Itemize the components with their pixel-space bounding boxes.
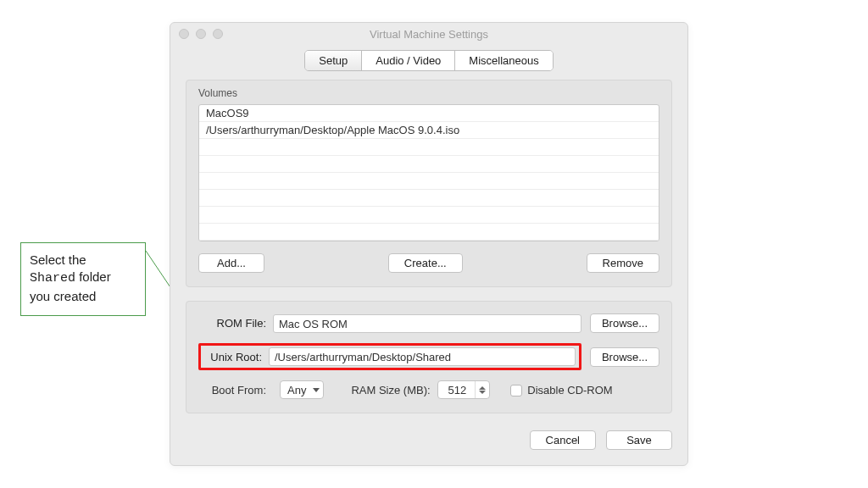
chevron-down-icon (313, 388, 320, 392)
cancel-button[interactable]: Cancel (530, 430, 596, 450)
tab-audio-video[interactable]: Audio / Video (362, 51, 455, 70)
disable-cdrom-checkbox[interactable]: Disable CD-ROM (510, 384, 612, 396)
boot-from-label: Boot From: (198, 384, 273, 396)
list-item[interactable]: MacOS9 (199, 105, 659, 122)
list-item[interactable] (199, 173, 659, 190)
list-item[interactable] (199, 139, 659, 156)
dialog-footer: Cancel Save (170, 427, 687, 465)
ram-size-label: RAM Size (MB): (351, 384, 430, 396)
minimize-icon[interactable] (196, 29, 206, 39)
add-button[interactable]: Add... (198, 253, 264, 273)
volumes-panel: Volumes MacOS9 /Users/arthurryman/Deskto… (186, 80, 672, 287)
unix-root-browse-button[interactable]: Browse... (590, 347, 659, 367)
boot-from-select[interactable]: Any (280, 380, 324, 399)
callout-line3: you created (30, 289, 96, 303)
window-title: Virtual Machine Settings (170, 28, 687, 41)
tab-bar: Setup Audio / Video Miscellaneous (170, 50, 687, 71)
rom-file-label: ROM File: (198, 317, 273, 330)
titlebar: Virtual Machine Settings (170, 23, 687, 45)
list-item[interactable] (199, 224, 659, 241)
rom-file-field[interactable]: Mac OS ROM (273, 314, 581, 333)
callout-line2-rest: folder (75, 269, 111, 284)
unix-root-label: Unix Root: (201, 351, 269, 363)
volumes-label: Volumes (198, 87, 659, 99)
tab-miscellaneous[interactable]: Miscellaneous (455, 51, 552, 70)
ram-size-stepper[interactable]: 512 (437, 380, 491, 399)
settings-window: Virtual Machine Settings Setup Audio / V… (170, 22, 688, 466)
ram-size-value: 512 (438, 384, 476, 396)
list-item[interactable] (199, 207, 659, 224)
zoom-icon[interactable] (213, 29, 223, 39)
unix-root-highlight: Unix Root: /Users/arthurryman/Desktop/Sh… (198, 343, 581, 370)
close-icon[interactable] (179, 29, 189, 39)
tab-setup[interactable]: Setup (305, 51, 362, 70)
create-button[interactable]: Create... (388, 253, 463, 273)
volumes-list[interactable]: MacOS9 /Users/arthurryman/Desktop/Apple … (198, 104, 659, 241)
list-item[interactable] (199, 190, 659, 207)
checkbox-icon (510, 385, 522, 396)
disable-cdrom-label: Disable CD-ROM (527, 384, 612, 396)
list-item[interactable] (199, 156, 659, 173)
rom-browse-button[interactable]: Browse... (590, 313, 659, 333)
stepper-up-icon[interactable] (479, 386, 486, 390)
callout-shared: Shared (30, 271, 75, 286)
save-button[interactable]: Save (606, 430, 672, 450)
boot-from-value: Any (287, 384, 306, 396)
annotation-callout: Select the Shared folder you created (20, 242, 146, 316)
stepper-down-icon[interactable] (479, 391, 486, 394)
list-item[interactable]: /Users/arthurryman/Desktop/Apple MacOS 9… (199, 122, 659, 139)
paths-panel: ROM File: Mac OS ROM Browse... Unix Root… (186, 301, 672, 413)
remove-button[interactable]: Remove (587, 253, 659, 273)
window-controls (179, 29, 223, 39)
unix-root-field[interactable]: /Users/arthurryman/Desktop/Shared (269, 347, 576, 366)
callout-line1: Select the (30, 252, 86, 267)
